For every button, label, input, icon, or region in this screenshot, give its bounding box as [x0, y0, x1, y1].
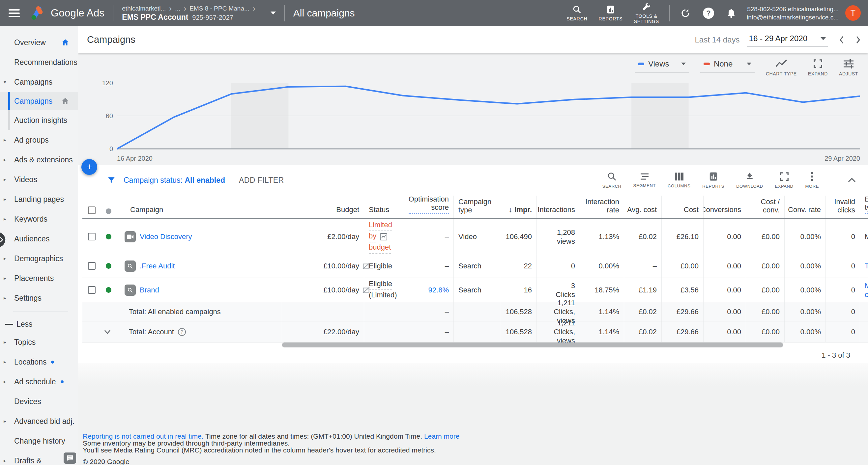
notification-dot: [61, 380, 64, 383]
realtime-reporting-link[interactable]: Reporting is not carried out in real tim…: [83, 432, 204, 440]
search-nav-button[interactable]: SEARCH: [566, 5, 587, 22]
google-ads-logo[interactable]: Google Ads: [30, 6, 104, 21]
cost-per-conv-cell: £0.00: [746, 278, 785, 302]
reports-nav-button[interactable]: REPORTS: [598, 5, 622, 22]
sidebar-item-auction-insights[interactable]: Auction insights: [0, 110, 78, 130]
sidebar-item-demographics[interactable]: ▸Demographics: [0, 248, 78, 268]
add-filter-button[interactable]: ADD FILTER: [239, 176, 284, 185]
feedback-icon[interactable]: [64, 453, 76, 464]
date-range-selector[interactable]: 16 - 29 Apr 2020: [747, 33, 828, 47]
breadcrumb-level1[interactable]: ethicalmarketi...: [122, 4, 166, 13]
breadcrumb-level2[interactable]: EMS 8 - PPC Mana...: [189, 4, 249, 13]
sidebar-item-ad-groups[interactable]: ▸Ad groups: [0, 130, 78, 150]
account-picker-caret-icon[interactable]: [271, 11, 276, 14]
col-conv-rate[interactable]: Conv. rate: [785, 196, 826, 218]
col-budget[interactable]: Budget: [282, 196, 364, 218]
campaign-name-link[interactable]: .Free Audit: [140, 262, 175, 270]
tools-settings-nav-button[interactable]: TOOLS &SETTINGS: [634, 2, 659, 24]
col-optimisation-score[interactable]: Optimisationscore: [407, 196, 454, 218]
metric1-select[interactable]: Views: [635, 57, 689, 73]
sidebar-item-recommendations[interactable]: Recommendations: [0, 53, 78, 72]
col-impressions[interactable]: ↓ Impr.: [500, 196, 537, 218]
bid-strategy-cell[interactable]: T: [860, 254, 868, 277]
sidebar-item-locations[interactable]: ▸Locations: [0, 352, 78, 372]
sidebar-item-overview[interactable]: Overview: [0, 33, 78, 53]
more-button[interactable]: MORE: [805, 172, 819, 189]
status-cell[interactable]: Eligible (Limited): [364, 278, 407, 302]
budget-cell[interactable]: £10.00/day: [282, 254, 364, 277]
campaign-status-filter-chip[interactable]: Campaign status: All enabled: [124, 176, 225, 185]
budget-cell[interactable]: £10.00/day: [282, 278, 364, 302]
col-invalid-clicks[interactable]: Invalidclicks: [826, 196, 860, 218]
col-interactions[interactable]: Interactions: [537, 196, 580, 218]
table-search-button[interactable]: SEARCH: [602, 172, 621, 189]
sidebar-item-less[interactable]: Less: [0, 316, 78, 332]
col-bid-strategy-type[interactable]: Bty: [860, 196, 868, 218]
horizontal-scrollbar-thumb[interactable]: [282, 342, 783, 347]
chart-adjust-button[interactable]: ADJUST: [839, 57, 858, 76]
budget-cell[interactable]: £2.00/day: [282, 219, 364, 254]
refresh-icon[interactable]: [681, 8, 690, 18]
segment-button[interactable]: SEGMENT: [633, 172, 656, 188]
next-period-button[interactable]: [856, 36, 861, 44]
col-campaign-type[interactable]: Campaigntype: [454, 196, 500, 218]
col-interaction-rate[interactable]: Interactionrate: [580, 196, 624, 218]
expand-total-chevron[interactable]: [104, 330, 129, 334]
sidebar-item-ads-extensions[interactable]: ▸Ads & extensions: [0, 150, 78, 170]
table-expand-button[interactable]: EXPAND: [775, 172, 793, 189]
status-dot-header[interactable]: [106, 208, 112, 214]
sidebar-item-advanced-bid-adj[interactable]: ▸Advanced bid adj.: [0, 411, 78, 431]
row-checkbox[interactable]: [88, 233, 96, 240]
chart-type-button[interactable]: CHART TYPE: [766, 57, 797, 76]
notifications-bell-icon[interactable]: [726, 8, 736, 18]
table-reports-button[interactable]: REPORTS: [702, 172, 724, 189]
sidebar-item-settings[interactable]: ▸Settings: [0, 288, 78, 308]
col-cost-per-conv[interactable]: Cost /conv.: [746, 196, 785, 218]
col-conversions[interactable]: Conversions: [704, 196, 746, 218]
download-button[interactable]: DOWNLOAD: [736, 172, 763, 189]
breadcrumb-ellipsis[interactable]: ...: [175, 4, 180, 13]
sidebar-item-placements[interactable]: ▸Placements: [0, 268, 78, 288]
mini-chart-icon[interactable]: [380, 233, 388, 241]
select-all-checkbox[interactable]: [88, 206, 96, 214]
new-campaign-fab[interactable]: +: [82, 159, 97, 175]
campaign-name-link[interactable]: Brand: [140, 286, 159, 294]
enabled-status-dot[interactable]: [106, 287, 112, 293]
sidebar-item-campaigns[interactable]: ▾Campaigns: [0, 72, 78, 92]
sidebar-item-audiences[interactable]: ▸Audiences: [0, 229, 78, 248]
enabled-status-dot[interactable]: [106, 234, 112, 239]
sidebar-item-topics[interactable]: ▸Topics: [0, 332, 78, 352]
sidebar-item-devices[interactable]: Devices: [0, 392, 78, 411]
collapse-table-chevron[interactable]: [843, 177, 861, 183]
menu-icon[interactable]: [8, 9, 20, 17]
campaign-name-link[interactable]: Video Discovery: [140, 232, 192, 241]
help-question-icon[interactable]: ?: [178, 328, 186, 336]
row-checkbox[interactable]: [88, 286, 96, 294]
previous-period-button[interactable]: [839, 36, 844, 44]
enabled-status-dot[interactable]: [106, 263, 112, 269]
avatar[interactable]: T: [845, 5, 861, 21]
sidebar-item-change-history[interactable]: Change history: [0, 431, 78, 451]
breadcrumb[interactable]: ethicalmarketi... › ... › EMS 8 - PPC Ma…: [122, 4, 255, 22]
col-status[interactable]: Status: [364, 196, 407, 218]
opt-score-cell[interactable]: 92.8%: [407, 278, 454, 302]
sidebar-item-videos[interactable]: ▸Videos: [0, 170, 78, 189]
sidebar-item-ad-schedule[interactable]: ▸Ad schedule: [0, 372, 78, 392]
sidebar-item-landing-pages[interactable]: ▸Landing pages: [0, 189, 78, 209]
col-campaign[interactable]: Campaign: [130, 205, 163, 214]
bid-strategy-cell[interactable]: M: [860, 219, 868, 254]
chart-expand-button[interactable]: EXPAND: [808, 57, 828, 76]
sidebar-item-keywords[interactable]: ▸Keywords: [0, 209, 78, 229]
status-cell[interactable]: Limited by budget: [364, 219, 407, 254]
status-cell[interactable]: Eligible: [364, 254, 407, 277]
row-checkbox[interactable]: [88, 262, 96, 270]
col-avg-cost[interactable]: Avg. cost: [624, 196, 662, 218]
learn-more-link[interactable]: Learn more: [424, 432, 459, 440]
metric2-select[interactable]: None: [700, 57, 755, 73]
sidebar-item-campaigns[interactable]: Campaigns: [0, 92, 78, 110]
bid-strategy-cell[interactable]: Mc: [860, 278, 868, 302]
columns-button[interactable]: COLUMNS: [668, 172, 690, 188]
help-icon[interactable]: ?: [703, 7, 714, 19]
line-chart[interactable]: [117, 80, 860, 154]
col-cost[interactable]: Cost: [662, 196, 704, 218]
